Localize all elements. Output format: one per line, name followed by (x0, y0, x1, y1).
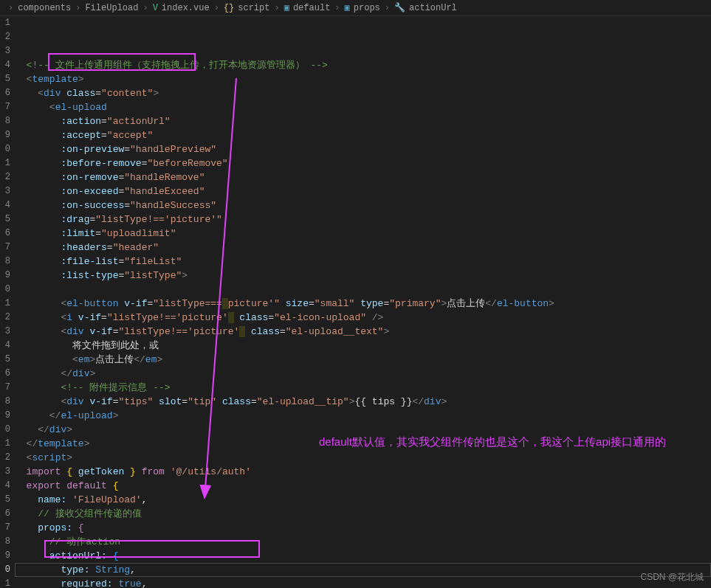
line-number: 2 (0, 311, 10, 325)
line-number: 5 (0, 353, 10, 367)
code-line[interactable]: :on-exceed="handleExceed" (15, 184, 711, 198)
breadcrumb-chevron-icon: › (75, 3, 80, 13)
code-line[interactable]: <template> (15, 72, 711, 86)
annotation-text: default默认值，其实我父组件传的也是这个，我这个上传api接口通用的 (319, 434, 666, 451)
code-line[interactable]: :on-success="handleSuccess" (15, 198, 711, 212)
code-line[interactable]: <div v-if="listType!=='picture' class="e… (15, 325, 711, 339)
code-line[interactable]: import { getToken } from '@/utils/auth' (15, 465, 711, 479)
code-line[interactable]: <div class="content"> (15, 86, 711, 100)
line-number: 1 (0, 297, 10, 311)
line-number: 4 (0, 479, 10, 493)
code-line[interactable]: 将文件拖到此处，或 (15, 339, 711, 353)
code-line[interactable]: <el-upload (15, 100, 711, 114)
breadcrumb-chevron-icon: › (385, 3, 390, 13)
breadcrumb-item[interactable]: index.vue (162, 3, 210, 13)
code-line[interactable]: <!-- 文件上传通用组件（支持拖拽上传，打开本地资源管理器） --> (15, 58, 711, 72)
line-number: 4 (0, 58, 10, 72)
breadcrumb-item[interactable]: components (18, 3, 71, 13)
line-number: 4 (0, 339, 10, 353)
code-line[interactable]: name: 'FileUpload', (15, 493, 711, 507)
code-line[interactable]: export default { (15, 479, 711, 493)
line-number: 3 (0, 325, 10, 339)
watermark: CSDN @花北城 (640, 571, 704, 584)
line-number: 6 (0, 367, 10, 381)
breadcrumb-item[interactable]: actionUrl (409, 3, 457, 13)
line-number: 6 (0, 86, 10, 100)
code-line[interactable]: :limit="uploadlimit" (15, 226, 711, 241)
code-line[interactable]: props: { (15, 521, 711, 535)
code-line[interactable]: type: String, (15, 563, 711, 577)
line-number: 8 (0, 395, 10, 409)
braces-icon: {} (224, 3, 234, 13)
line-number: 2 (0, 170, 10, 184)
code-editor[interactable]: 1234567890123456789012345678901234567890… (0, 16, 711, 588)
code-line[interactable]: // 接收父组件传递的值 (15, 507, 711, 521)
code-line[interactable]: :accept="accept" (15, 128, 711, 142)
code-line[interactable]: required: true, (15, 577, 711, 588)
code-line[interactable]: :action="actionUrl" (15, 114, 711, 128)
breadcrumb-chevron-icon: › (274, 3, 279, 13)
line-number-gutter: 1234567890123456789012345678901234567890… (0, 16, 15, 588)
breadcrumb-chevron-icon: › (334, 3, 340, 13)
breadcrumb-chevron-icon: › (142, 3, 148, 13)
line-number: 1 (0, 577, 10, 588)
code-line[interactable]: </el-upload> (15, 409, 711, 423)
cube-icon: ▣ (284, 2, 289, 13)
line-number: 7 (0, 241, 10, 255)
line-number: 2 (0, 30, 10, 44)
line-number: 7 (0, 521, 10, 535)
code-line[interactable]: :headers="header" (15, 241, 711, 255)
vue-file-icon: V (153, 3, 158, 13)
line-number: 8 (0, 114, 10, 128)
breadcrumb-item[interactable]: props (354, 3, 380, 13)
code-line[interactable]: <el-button v-if="listType=== picture'" s… (15, 297, 711, 311)
line-number: 0 (0, 283, 10, 297)
line-number: 8 (0, 255, 10, 269)
code-line[interactable]: :on-remove="handleRemove" (15, 170, 711, 184)
code-line[interactable]: :before-remove="beforeRemove" (15, 156, 711, 170)
line-number: 8 (0, 535, 10, 549)
code-line[interactable]: <div v-if="tips" slot="tip" class="el-up… (15, 395, 711, 409)
breadcrumb-chevron-icon: › (214, 3, 219, 13)
line-number: 9 (0, 549, 10, 563)
line-number: 3 (0, 184, 10, 198)
code-line[interactable]: :file-list="fileList" (15, 255, 711, 269)
code-line[interactable]: actionUrl: { (15, 549, 711, 563)
line-number: 9 (0, 409, 10, 423)
line-number: 0 (0, 423, 10, 437)
code-line[interactable]: </div> (15, 367, 711, 381)
breadcrumb-item[interactable]: script (238, 3, 269, 13)
breadcrumb-item[interactable]: FileUpload (85, 3, 138, 13)
code-line[interactable]: <em>点击上传</em> (15, 353, 711, 367)
code-line[interactable]: :on-preview="handlePreview" (15, 142, 711, 156)
line-number: 1 (0, 16, 10, 30)
breadcrumb[interactable]: › components › FileUpload › V index.vue … (0, 0, 711, 16)
line-number: 5 (0, 72, 10, 86)
line-number: 0 (0, 563, 10, 577)
line-number: 6 (0, 507, 10, 521)
line-number: 1 (0, 437, 10, 451)
code-line[interactable] (15, 283, 711, 297)
breadcrumb-item[interactable]: default (293, 3, 330, 13)
code-line[interactable]: <script> (15, 451, 711, 465)
code-line[interactable]: <i v-if="listType!=='picture' class="el-… (15, 311, 711, 325)
line-number: 7 (0, 100, 10, 114)
code-line[interactable]: :drag="listType!=='picture'" (15, 212, 711, 226)
breadcrumb-chevron-icon: › (8, 3, 13, 13)
line-number: 2 (0, 451, 10, 465)
code-line[interactable]: // 动作action (15, 535, 711, 549)
line-number: 0 (0, 142, 10, 156)
wrench-icon: 🔧 (394, 2, 405, 13)
code-line[interactable]: <!-- 附件提示信息 --> (15, 381, 711, 395)
line-number: 3 (0, 465, 10, 479)
code-area[interactable]: <!-- 文件上传通用组件（支持拖拽上传，打开本地资源管理器） --> <tem… (15, 16, 711, 588)
line-number: 1 (0, 156, 10, 170)
line-number: 7 (0, 381, 10, 395)
line-number: 5 (0, 212, 10, 226)
line-number: 9 (0, 269, 10, 283)
code-line[interactable]: :list-type="listType"> (15, 269, 711, 283)
line-number: 4 (0, 198, 10, 212)
line-number: 9 (0, 128, 10, 142)
line-number: 3 (0, 44, 10, 58)
cube-icon: ▣ (345, 2, 350, 13)
